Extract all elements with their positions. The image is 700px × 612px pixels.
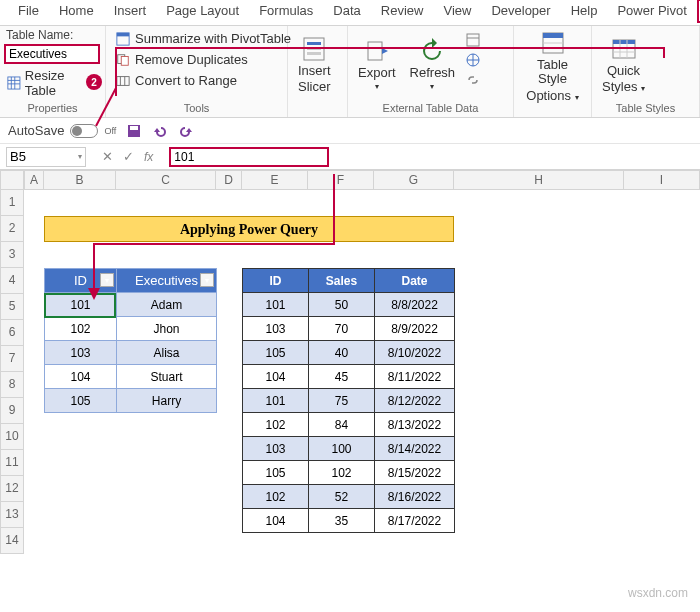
table-row[interactable]: 104358/17/2022	[243, 509, 455, 533]
slicer-label-1: Insert	[298, 64, 331, 78]
ribbon-tabs: File Home Insert Page Layout Formulas Da…	[0, 0, 700, 26]
col-header-I[interactable]: I	[624, 170, 700, 190]
table-row[interactable]: 1031008/14/2022	[243, 437, 455, 461]
save-icon[interactable]	[126, 123, 142, 139]
autosave-label: AutoSave	[8, 123, 64, 138]
formula-input[interactable]	[169, 147, 329, 167]
sales-table[interactable]: IDSalesDate101508/8/2022103708/9/2022105…	[242, 268, 455, 533]
row-header[interactable]: 7	[0, 346, 24, 372]
table-row[interactable]: 101Adam	[45, 293, 217, 317]
table-row[interactable]: 105Harry	[45, 389, 217, 413]
refresh-label: Refresh	[410, 66, 456, 80]
table-style-options-button[interactable]: Table Style Options ▾	[518, 28, 587, 105]
tab-review[interactable]: Review	[371, 0, 434, 25]
properties-icon[interactable]	[465, 32, 481, 48]
svg-rect-18	[130, 126, 138, 130]
quick-styles-button[interactable]: Quick Styles ▾	[596, 28, 651, 102]
col-header-label: ID	[243, 269, 309, 293]
autosave-toggle[interactable]: AutoSave Off	[8, 123, 116, 138]
slicer-label-2: Slicer	[298, 80, 331, 94]
tab-insert[interactable]: Insert	[104, 0, 157, 25]
row-header[interactable]: 14	[0, 528, 24, 554]
name-box[interactable]: B5 ▾	[6, 147, 86, 167]
table-row[interactable]: 103Alisa	[45, 341, 217, 365]
tab-data[interactable]: Data	[323, 0, 370, 25]
col-header-E[interactable]: E	[242, 170, 308, 190]
unlink-icon[interactable]	[465, 72, 481, 88]
table-row[interactable]: 102528/16/2022	[243, 485, 455, 509]
quick-styles-l2: Styles	[602, 79, 637, 94]
tab-help[interactable]: Help	[561, 0, 608, 25]
row-header[interactable]: 10	[0, 424, 24, 450]
export-icon	[364, 38, 390, 64]
open-browser-icon[interactable]	[465, 52, 481, 68]
row-header[interactable]: 12	[0, 476, 24, 502]
table-row[interactable]: 105408/10/2022	[243, 341, 455, 365]
tab-view[interactable]: View	[433, 0, 481, 25]
col-header-A[interactable]: A	[24, 170, 44, 190]
row-header[interactable]: 8	[0, 372, 24, 398]
remove-duplicates-button[interactable]: Remove Duplicates	[114, 51, 293, 68]
table-row[interactable]: 104Stuart	[45, 365, 217, 389]
tab-formulas[interactable]: Formulas	[249, 0, 323, 25]
tab-file[interactable]: File	[8, 0, 49, 25]
table-row[interactable]: 102848/13/2022	[243, 413, 455, 437]
tab-home[interactable]: Home	[49, 0, 104, 25]
insert-slicer-button[interactable]: Insert Slicer	[292, 28, 337, 102]
chevron-down-icon: ▾	[575, 93, 579, 102]
row-header[interactable]: 3	[0, 242, 24, 268]
col-header-H[interactable]: H	[454, 170, 624, 190]
row-header[interactable]: 5	[0, 294, 24, 320]
table-row[interactable]: 102Jhon	[45, 317, 217, 341]
row-header[interactable]: 2	[0, 216, 24, 242]
select-all-corner[interactable]	[0, 170, 24, 190]
summarize-pivot-button[interactable]: Summarize with PivotTable	[114, 30, 293, 47]
svg-rect-8	[307, 47, 321, 50]
fx-icon[interactable]: fx	[144, 150, 153, 164]
chevron-down-icon: ▾	[430, 83, 434, 92]
refresh-button[interactable]: Refresh▾	[404, 28, 462, 102]
col-header-G[interactable]: G	[374, 170, 454, 190]
tab-developer[interactable]: Developer	[481, 0, 560, 25]
table-row[interactable]: 101758/12/2022	[243, 389, 455, 413]
col-header-label: Executives	[135, 273, 198, 288]
row-header[interactable]: 13	[0, 502, 24, 528]
col-header-D[interactable]: D	[216, 170, 242, 190]
col-header-F[interactable]: F	[308, 170, 374, 190]
row-header[interactable]: 6	[0, 320, 24, 346]
table-row[interactable]: 104458/11/2022	[243, 365, 455, 389]
col-header-label: Date	[375, 269, 455, 293]
table-name-input[interactable]	[4, 44, 100, 64]
filter-dropdown-icon[interactable]: ▾	[200, 273, 214, 287]
formula-bar: B5 ▾ ✕ ✓ fx	[0, 144, 700, 170]
style-options-icon	[540, 30, 566, 56]
chevron-down-icon: ▾	[78, 152, 82, 161]
svg-rect-9	[307, 52, 321, 55]
convert-range-button[interactable]: Convert to Range	[114, 72, 293, 89]
enter-icon[interactable]: ✓	[123, 149, 134, 164]
table-row[interactable]: 1051028/15/2022	[243, 461, 455, 485]
worksheet-grid[interactable]: ABCDEFGHI 1234567891011121314 Applying P…	[0, 170, 700, 590]
cancel-icon[interactable]: ✕	[102, 149, 113, 164]
export-button[interactable]: Export▾	[352, 28, 402, 102]
row-header[interactable]: 1	[0, 190, 24, 216]
table-row[interactable]: 101508/8/2022	[243, 293, 455, 317]
style-options-l1: Table Style	[524, 58, 581, 87]
col-header-C[interactable]: C	[116, 170, 216, 190]
row-header[interactable]: 11	[0, 450, 24, 476]
executives-table[interactable]: ID▾Executives▾101Adam102Jhon103Alisa104S…	[44, 268, 217, 413]
col-header-B[interactable]: B	[44, 170, 116, 190]
redo-icon[interactable]	[178, 123, 194, 139]
row-header[interactable]: 9	[0, 398, 24, 424]
table-row[interactable]: 103708/9/2022	[243, 317, 455, 341]
row-header[interactable]: 4	[0, 268, 24, 294]
tab-power-pivot[interactable]: Power Pivot	[607, 0, 696, 25]
col-header-label: ID	[74, 273, 87, 288]
tab-page-layout[interactable]: Page Layout	[156, 0, 249, 25]
toggle-icon	[70, 124, 98, 138]
quick-access-toolbar: AutoSave Off	[0, 118, 700, 144]
filter-dropdown-icon[interactable]: ▾	[100, 273, 114, 287]
undo-icon[interactable]	[152, 123, 168, 139]
resize-icon	[7, 76, 21, 90]
quick-styles-icon	[611, 36, 637, 62]
